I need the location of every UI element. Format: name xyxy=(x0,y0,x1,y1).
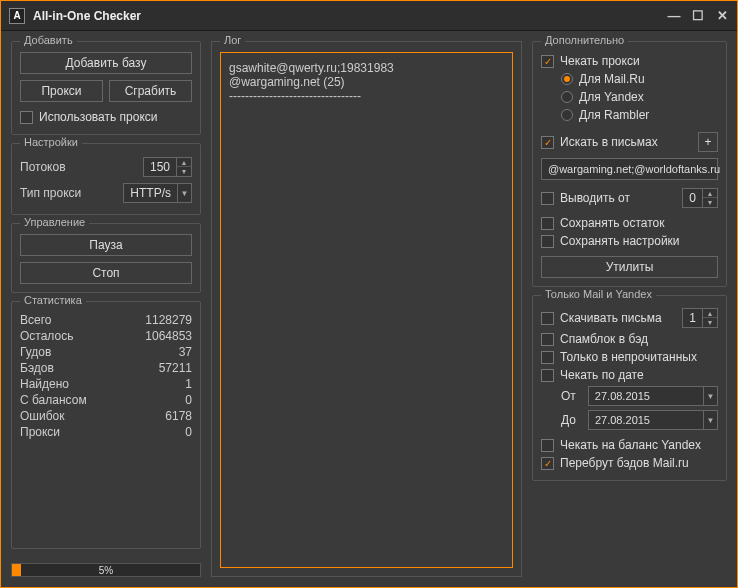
minimize-button[interactable]: — xyxy=(667,9,681,23)
rebrute-bad-mail-checkbox[interactable]: ✓ Перебрут бэдов Mail.ru xyxy=(541,454,718,472)
check-proxy-checkbox[interactable]: ✓ Чекать прокси xyxy=(541,52,718,70)
pause-button[interactable]: Пауза xyxy=(20,234,192,256)
stats-value: 0 xyxy=(185,425,192,439)
radio-yandex-label: Для Yandex xyxy=(579,90,644,104)
progress-fill xyxy=(12,564,21,576)
stats-label: Найдено xyxy=(20,377,69,391)
group-extra: Дополнительно ✓ Чекать прокси Для Mail.R… xyxy=(532,41,727,287)
content: Добавить Добавить базу Прокси Сграбить И… xyxy=(1,31,737,587)
output-from-checkbox[interactable]: Выводить от xyxy=(541,189,676,207)
stats-label: С балансом xyxy=(20,393,87,407)
checkbox-icon xyxy=(20,111,33,124)
radio-icon xyxy=(561,91,573,103)
stats-label: Гудов xyxy=(20,345,51,359)
progress-bar: 5% xyxy=(11,563,201,577)
spinner-down-icon[interactable]: ▼ xyxy=(703,198,717,207)
stats-list: Всего1128279Осталось1064853Гудов37Бэдов5… xyxy=(20,312,192,440)
chevron-down-icon[interactable]: ▼ xyxy=(177,184,191,202)
stats-row: Осталось1064853 xyxy=(20,328,192,344)
add-mask-button[interactable]: + xyxy=(698,132,718,152)
log-output[interactable]: gsawhite@qwerty.ru;19831983 @wargaming.n… xyxy=(220,52,513,568)
save-settings-label: Сохранять настройки xyxy=(560,234,680,248)
checkbox-icon xyxy=(541,217,554,230)
group-log: Лог gsawhite@qwerty.ru;19831983 @wargami… xyxy=(211,41,522,577)
app-icon: A xyxy=(9,8,25,24)
group-settings: Настройки Потоков 150 ▲ ▼ Тип прокси HTT… xyxy=(11,143,201,215)
group-log-title: Лог xyxy=(220,34,245,46)
spinner-down-icon[interactable]: ▼ xyxy=(703,318,717,327)
radio-rambler[interactable]: Для Rambler xyxy=(541,106,718,124)
checkbox-icon xyxy=(541,351,554,364)
check-date-label: Чекать по дате xyxy=(560,368,644,382)
date-to-label: До xyxy=(561,413,576,427)
search-mask-input[interactable]: @wargaming.net;@worldoftanks.ru xyxy=(541,158,718,180)
checkbox-icon xyxy=(541,312,554,325)
checkbox-icon: ✓ xyxy=(541,55,554,68)
unread-only-label: Только в непрочитанных xyxy=(560,350,697,364)
stats-label: Осталось xyxy=(20,329,73,343)
spamblock-checkbox[interactable]: Спамблок в бэд xyxy=(541,330,718,348)
stats-row: Гудов37 xyxy=(20,344,192,360)
stop-button[interactable]: Стоп xyxy=(20,262,192,284)
stats-value: 37 xyxy=(179,345,192,359)
chevron-down-icon[interactable]: ▼ xyxy=(703,411,717,429)
radio-yandex[interactable]: Для Yandex xyxy=(541,88,718,106)
stats-row: Бэдов57211 xyxy=(20,360,192,376)
checkbox-icon xyxy=(541,369,554,382)
download-letters-checkbox[interactable]: Скачивать письма xyxy=(541,309,676,327)
proxy-button[interactable]: Прокси xyxy=(20,80,103,102)
threads-spinner[interactable]: 150 ▲ ▼ xyxy=(143,157,192,177)
date-from-value: 27.08.2015 xyxy=(589,390,703,402)
checkbox-icon: ✓ xyxy=(541,457,554,470)
download-letters-spinner[interactable]: 1 ▲ ▼ xyxy=(682,308,718,328)
use-proxy-checkbox[interactable]: Использовать прокси xyxy=(20,108,192,126)
check-balance-yandex-label: Чекать на баланс Yandex xyxy=(560,438,701,452)
unread-only-checkbox[interactable]: Только в непрочитанных xyxy=(541,348,718,366)
rebrute-bad-mail-label: Перебрут бэдов Mail.ru xyxy=(560,456,689,470)
download-letters-value: 1 xyxy=(683,311,702,325)
progress-label: 5% xyxy=(99,565,113,576)
use-proxy-label: Использовать прокси xyxy=(39,110,158,124)
left-column: Добавить Добавить базу Прокси Сграбить И… xyxy=(11,41,201,577)
checkbox-icon xyxy=(541,439,554,452)
check-balance-yandex-checkbox[interactable]: Чекать на баланс Yandex xyxy=(541,436,718,454)
stats-value: 1 xyxy=(185,377,192,391)
right-column: Дополнительно ✓ Чекать прокси Для Mail.R… xyxy=(532,41,727,577)
radio-icon xyxy=(561,109,573,121)
spinner-up-icon[interactable]: ▲ xyxy=(177,158,191,167)
save-rest-checkbox[interactable]: Сохранять остаток xyxy=(541,214,718,232)
close-button[interactable]: ✕ xyxy=(715,9,729,23)
checkbox-icon: ✓ xyxy=(541,136,554,149)
maximize-button[interactable]: ☐ xyxy=(691,9,705,23)
grab-button[interactable]: Сграбить xyxy=(109,80,192,102)
group-settings-title: Настройки xyxy=(20,136,82,148)
group-extra-title: Дополнительно xyxy=(541,34,628,46)
utilities-button[interactable]: Утилиты xyxy=(541,256,718,278)
spinner-down-icon[interactable]: ▼ xyxy=(177,167,191,176)
group-add-title: Добавить xyxy=(20,34,77,46)
checkbox-icon xyxy=(541,192,554,205)
save-settings-checkbox[interactable]: Сохранять настройки xyxy=(541,232,718,250)
save-rest-label: Сохранять остаток xyxy=(560,216,665,230)
output-from-value: 0 xyxy=(683,191,702,205)
group-control: Управление Пауза Стоп xyxy=(11,223,201,293)
spinner-up-icon[interactable]: ▲ xyxy=(703,189,717,198)
radio-mailru[interactable]: Для Mail.Ru xyxy=(541,70,718,88)
date-to-value: 27.08.2015 xyxy=(589,414,703,426)
spinner-up-icon[interactable]: ▲ xyxy=(703,309,717,318)
stats-row: Прокси0 xyxy=(20,424,192,440)
stats-label: Бэдов xyxy=(20,361,54,375)
checkbox-icon xyxy=(541,235,554,248)
date-from-combo[interactable]: 27.08.2015 ▼ xyxy=(588,386,718,406)
date-to-combo[interactable]: 27.08.2015 ▼ xyxy=(588,410,718,430)
stats-label: Ошибок xyxy=(20,409,64,423)
output-from-spinner[interactable]: 0 ▲ ▼ xyxy=(682,188,718,208)
stats-row: Ошибок6178 xyxy=(20,408,192,424)
chevron-down-icon[interactable]: ▼ xyxy=(703,387,717,405)
group-add: Добавить Добавить базу Прокси Сграбить И… xyxy=(11,41,201,135)
search-mails-checkbox[interactable]: ✓ Искать в письмах xyxy=(541,133,692,151)
check-date-checkbox[interactable]: Чекать по дате xyxy=(541,366,718,384)
proxy-type-combo[interactable]: HTTP/s ▼ xyxy=(123,183,192,203)
radio-icon xyxy=(561,73,573,85)
add-base-button[interactable]: Добавить базу xyxy=(20,52,192,74)
